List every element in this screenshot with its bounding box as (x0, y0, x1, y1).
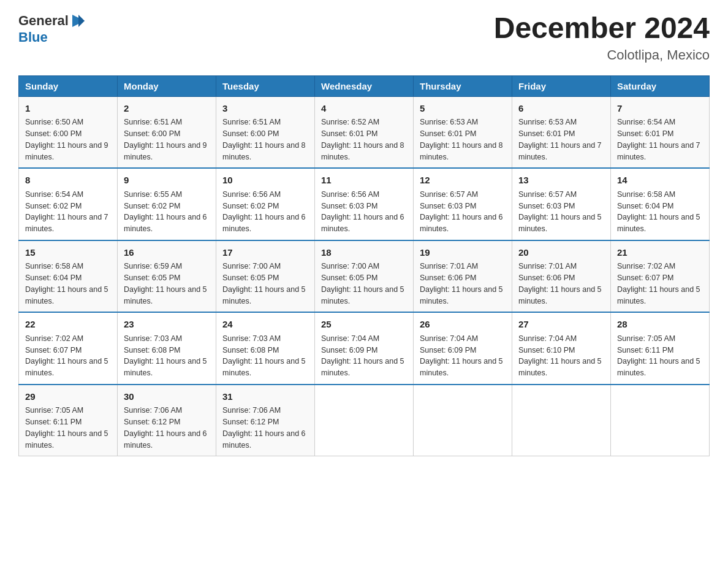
calendar-day-cell: 27Sunrise: 7:04 AMSunset: 6:10 PMDayligh… (512, 312, 611, 385)
day-info: Sunrise: 6:56 AMSunset: 6:03 PMDaylight:… (321, 190, 404, 233)
day-number: 9 (124, 174, 210, 188)
calendar-day-cell (315, 385, 414, 456)
calendar-day-cell: 12Sunrise: 6:57 AMSunset: 6:03 PMDayligh… (414, 168, 512, 240)
day-info: Sunrise: 7:04 AMSunset: 6:09 PMDaylight:… (420, 334, 503, 377)
calendar-day-cell: 3Sunrise: 6:51 AMSunset: 6:00 PMDaylight… (216, 96, 315, 168)
weekday-header-row: SundayMondayTuesdayWednesdayThursdayFrid… (19, 75, 710, 96)
day-number: 30 (124, 390, 210, 404)
calendar-day-cell: 20Sunrise: 7:01 AMSunset: 6:06 PMDayligh… (512, 240, 611, 313)
calendar-day-cell (414, 385, 512, 456)
logo-text-general: General (18, 13, 69, 29)
day-number: 19 (420, 246, 506, 260)
day-number: 18 (321, 246, 407, 260)
calendar-day-cell: 26Sunrise: 7:04 AMSunset: 6:09 PMDayligh… (414, 312, 512, 385)
day-number: 11 (321, 174, 407, 188)
day-number: 25 (321, 318, 407, 332)
day-info: Sunrise: 7:02 AMSunset: 6:07 PMDaylight:… (25, 334, 108, 377)
calendar-week-row: 1Sunrise: 6:50 AMSunset: 6:00 PMDaylight… (19, 96, 710, 168)
day-number: 17 (222, 246, 308, 260)
calendar-day-cell: 7Sunrise: 6:54 AMSunset: 6:01 PMDaylight… (611, 96, 710, 168)
svg-marker-1 (78, 15, 85, 27)
logo: General Blue (18, 12, 87, 45)
day-number: 20 (518, 246, 604, 260)
month-title: December 2024 (494, 12, 710, 45)
logo-text-blue: Blue (18, 29, 48, 45)
day-info: Sunrise: 6:57 AMSunset: 6:03 PMDaylight:… (420, 190, 503, 233)
day-number: 5 (420, 102, 506, 116)
calendar-day-cell: 1Sunrise: 6:50 AMSunset: 6:00 PMDaylight… (19, 96, 118, 168)
day-info: Sunrise: 7:06 AMSunset: 6:12 PMDaylight:… (222, 406, 306, 449)
calendar-day-cell: 4Sunrise: 6:52 AMSunset: 6:01 PMDaylight… (315, 96, 414, 168)
day-number: 28 (617, 318, 703, 332)
calendar-day-cell: 23Sunrise: 7:03 AMSunset: 6:08 PMDayligh… (118, 312, 216, 385)
calendar-day-cell: 11Sunrise: 6:56 AMSunset: 6:03 PMDayligh… (315, 168, 414, 240)
day-number: 16 (124, 246, 210, 260)
weekday-header-thursday: Thursday (414, 75, 512, 96)
calendar-day-cell: 15Sunrise: 6:58 AMSunset: 6:04 PMDayligh… (19, 240, 118, 313)
calendar-day-cell: 21Sunrise: 7:02 AMSunset: 6:07 PMDayligh… (611, 240, 710, 313)
day-number: 22 (25, 318, 111, 332)
day-info: Sunrise: 6:59 AMSunset: 6:05 PMDaylight:… (124, 262, 207, 305)
calendar-day-cell: 14Sunrise: 6:58 AMSunset: 6:04 PMDayligh… (611, 168, 710, 240)
day-info: Sunrise: 6:51 AMSunset: 6:00 PMDaylight:… (124, 118, 207, 161)
title-block: December 2024 Colotlipa, Mexico (494, 12, 710, 63)
day-info: Sunrise: 6:52 AMSunset: 6:01 PMDaylight:… (321, 118, 404, 161)
day-info: Sunrise: 6:57 AMSunset: 6:03 PMDaylight:… (518, 190, 602, 233)
day-info: Sunrise: 7:05 AMSunset: 6:11 PMDaylight:… (25, 406, 108, 449)
day-info: Sunrise: 7:06 AMSunset: 6:12 PMDaylight:… (124, 406, 207, 449)
day-number: 29 (25, 390, 111, 404)
calendar-day-cell: 6Sunrise: 6:53 AMSunset: 6:01 PMDaylight… (512, 96, 611, 168)
day-info: Sunrise: 6:58 AMSunset: 6:04 PMDaylight:… (617, 190, 700, 233)
day-info: Sunrise: 7:01 AMSunset: 6:06 PMDaylight:… (518, 262, 602, 305)
day-number: 21 (617, 246, 703, 260)
calendar-day-cell: 2Sunrise: 6:51 AMSunset: 6:00 PMDaylight… (118, 96, 216, 168)
day-number: 7 (617, 102, 703, 116)
calendar-day-cell: 31Sunrise: 7:06 AMSunset: 6:12 PMDayligh… (216, 385, 315, 456)
day-number: 4 (321, 102, 407, 116)
calendar-day-cell: 18Sunrise: 7:00 AMSunset: 6:05 PMDayligh… (315, 240, 414, 313)
day-info: Sunrise: 7:01 AMSunset: 6:06 PMDaylight:… (420, 262, 503, 305)
calendar-day-cell: 17Sunrise: 7:00 AMSunset: 6:05 PMDayligh… (216, 240, 315, 313)
day-info: Sunrise: 7:02 AMSunset: 6:07 PMDaylight:… (617, 262, 700, 305)
calendar-week-row: 15Sunrise: 6:58 AMSunset: 6:04 PMDayligh… (19, 240, 710, 313)
day-info: Sunrise: 6:51 AMSunset: 6:00 PMDaylight:… (222, 118, 306, 161)
day-info: Sunrise: 7:04 AMSunset: 6:09 PMDaylight:… (321, 334, 404, 377)
page-header: General Blue December 2024 Colotlipa, Me… (18, 12, 710, 63)
day-number: 13 (518, 174, 604, 188)
day-number: 15 (25, 246, 111, 260)
calendar-day-cell: 19Sunrise: 7:01 AMSunset: 6:06 PMDayligh… (414, 240, 512, 313)
day-info: Sunrise: 6:50 AMSunset: 6:00 PMDaylight:… (25, 118, 108, 161)
calendar-day-cell: 16Sunrise: 6:59 AMSunset: 6:05 PMDayligh… (118, 240, 216, 313)
calendar-week-row: 29Sunrise: 7:05 AMSunset: 6:11 PMDayligh… (19, 385, 710, 456)
weekday-header-tuesday: Tuesday (216, 75, 315, 96)
weekday-header-friday: Friday (512, 75, 611, 96)
weekday-header-monday: Monday (118, 75, 216, 96)
day-info: Sunrise: 7:00 AMSunset: 6:05 PMDaylight:… (321, 262, 404, 305)
day-number: 6 (518, 102, 604, 116)
weekday-header-wednesday: Wednesday (315, 75, 414, 96)
day-number: 23 (124, 318, 210, 332)
day-info: Sunrise: 6:55 AMSunset: 6:02 PMDaylight:… (124, 190, 207, 233)
day-number: 1 (25, 102, 111, 116)
calendar-week-row: 22Sunrise: 7:02 AMSunset: 6:07 PMDayligh… (19, 312, 710, 385)
day-info: Sunrise: 7:04 AMSunset: 6:10 PMDaylight:… (518, 334, 602, 377)
calendar-day-cell: 9Sunrise: 6:55 AMSunset: 6:02 PMDaylight… (118, 168, 216, 240)
calendar-day-cell: 10Sunrise: 6:56 AMSunset: 6:02 PMDayligh… (216, 168, 315, 240)
calendar-day-cell: 8Sunrise: 6:54 AMSunset: 6:02 PMDaylight… (19, 168, 118, 240)
calendar-day-cell: 13Sunrise: 6:57 AMSunset: 6:03 PMDayligh… (512, 168, 611, 240)
day-info: Sunrise: 7:03 AMSunset: 6:08 PMDaylight:… (222, 334, 306, 377)
day-info: Sunrise: 6:54 AMSunset: 6:02 PMDaylight:… (25, 190, 108, 233)
calendar-day-cell: 30Sunrise: 7:06 AMSunset: 6:12 PMDayligh… (118, 385, 216, 456)
day-number: 3 (222, 102, 308, 116)
day-number: 2 (124, 102, 210, 116)
calendar-day-cell: 5Sunrise: 6:53 AMSunset: 6:01 PMDaylight… (414, 96, 512, 168)
weekday-header-saturday: Saturday (611, 75, 710, 96)
day-number: 24 (222, 318, 308, 332)
day-number: 31 (222, 390, 308, 404)
calendar-day-cell: 24Sunrise: 7:03 AMSunset: 6:08 PMDayligh… (216, 312, 315, 385)
calendar-table: SundayMondayTuesdayWednesdayThursdayFrid… (18, 75, 710, 457)
day-info: Sunrise: 6:58 AMSunset: 6:04 PMDaylight:… (25, 262, 108, 305)
day-info: Sunrise: 6:54 AMSunset: 6:01 PMDaylight:… (617, 118, 700, 161)
day-number: 14 (617, 174, 703, 188)
day-info: Sunrise: 7:00 AMSunset: 6:05 PMDaylight:… (222, 262, 306, 305)
